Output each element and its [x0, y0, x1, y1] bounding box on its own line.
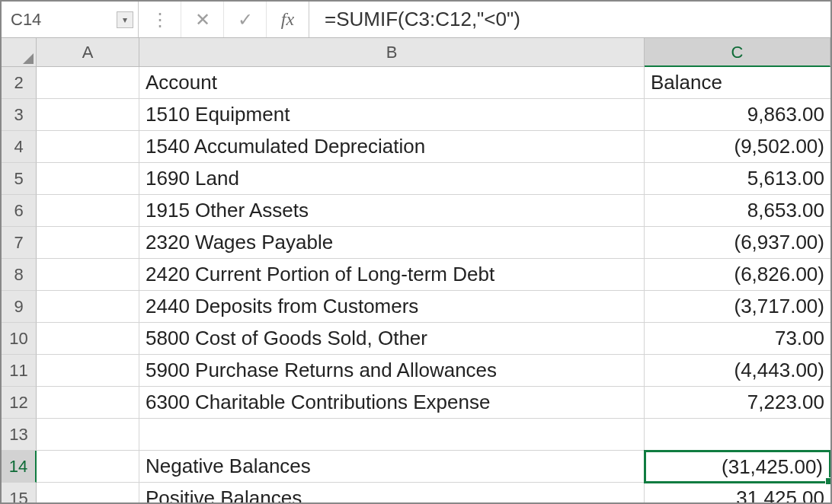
row-header[interactable]: 13: [2, 419, 37, 451]
cell[interactable]: [37, 483, 139, 504]
cell-account[interactable]: 2440 Deposits from Customers: [139, 291, 645, 323]
row-header[interactable]: 7: [2, 227, 37, 259]
cell-balance[interactable]: (3,717.00): [645, 291, 830, 323]
row-header[interactable]: 8: [2, 259, 37, 291]
select-all-corner[interactable]: [2, 38, 37, 67]
cell[interactable]: [37, 259, 139, 291]
spreadsheet-grid: A B C 2 Account Balance 31510 Equipment9…: [2, 38, 830, 504]
cell-account[interactable]: 1510 Equipment: [139, 99, 645, 131]
row-header[interactable]: 6: [2, 195, 37, 227]
cell-balance[interactable]: (6,937.00): [645, 227, 830, 259]
col-header-B[interactable]: B: [139, 38, 645, 67]
formula-bar: C14 ▾ ⋮ ✕ ✓ fx =SUMIF(C3:C12,"<0"): [2, 2, 830, 38]
cell[interactable]: [37, 67, 139, 99]
cell-balance[interactable]: 31,425.00: [645, 483, 830, 504]
cell-balance[interactable]: [645, 419, 830, 451]
formula-input[interactable]: =SUMIF(C3:C12,"<0"): [309, 2, 830, 37]
cell[interactable]: [37, 355, 139, 387]
row-header[interactable]: 11: [2, 355, 37, 387]
row-header[interactable]: 14: [2, 451, 37, 483]
cell-account[interactable]: 1690 Land: [139, 163, 645, 195]
cell-account[interactable]: 2420 Current Portion of Long-term Debt: [139, 259, 645, 291]
cell-balance[interactable]: (9,502.00): [645, 131, 830, 163]
cell-account[interactable]: 5800 Cost of Goods Sold, Other: [139, 323, 645, 355]
cell-account[interactable]: Positive Balances: [139, 483, 645, 504]
fx-icon[interactable]: fx: [267, 2, 309, 37]
name-box[interactable]: C14 ▾: [2, 2, 139, 37]
cell-balance-selected[interactable]: (31,425.00): [644, 450, 831, 483]
col-header-C[interactable]: C: [645, 38, 830, 67]
row-header[interactable]: 3: [2, 99, 37, 131]
row-header[interactable]: 10: [2, 323, 37, 355]
name-box-dropdown-icon[interactable]: ▾: [117, 11, 133, 28]
col-header-A[interactable]: A: [37, 38, 139, 67]
header-account[interactable]: Account: [139, 67, 645, 99]
cell-account[interactable]: Negative Balances: [139, 451, 645, 483]
cell[interactable]: [37, 323, 139, 355]
cell-account[interactable]: 1540 Accumulated Depreciation: [139, 131, 645, 163]
cell-balance[interactable]: 7,223.00: [645, 387, 830, 419]
formula-dots-icon: ⋮: [139, 2, 181, 37]
enter-icon[interactable]: ✓: [224, 2, 267, 37]
cell-balance[interactable]: 9,863.00: [645, 99, 830, 131]
cell[interactable]: [37, 99, 139, 131]
row-header[interactable]: 5: [2, 163, 37, 195]
selected-cell-wrap: (31,425.00): [645, 451, 830, 483]
cancel-icon[interactable]: ✕: [181, 2, 224, 37]
cell-balance[interactable]: 5,613.00: [645, 163, 830, 195]
cell[interactable]: [37, 291, 139, 323]
cell-account[interactable]: 5900 Purchase Returns and Allowances: [139, 355, 645, 387]
cell-account[interactable]: [139, 419, 645, 451]
cell-account[interactable]: 1915 Other Assets: [139, 195, 645, 227]
cell[interactable]: [37, 131, 139, 163]
cell[interactable]: [37, 227, 139, 259]
row-header[interactable]: 4: [2, 131, 37, 163]
cell[interactable]: [37, 195, 139, 227]
cell-account[interactable]: 6300 Charitable Contributions Expense: [139, 387, 645, 419]
cell-balance[interactable]: 8,653.00: [645, 195, 830, 227]
row-header[interactable]: 15: [2, 483, 37, 504]
row-header[interactable]: 9: [2, 291, 37, 323]
row-header[interactable]: 2: [2, 67, 37, 99]
cell-balance[interactable]: 73.00: [645, 323, 830, 355]
cell[interactable]: [37, 451, 139, 483]
name-box-text: C14: [11, 10, 41, 30]
cell-balance[interactable]: (4,443.00): [645, 355, 830, 387]
cell-balance[interactable]: (6,826.00): [645, 259, 830, 291]
cell[interactable]: [37, 163, 139, 195]
header-balance[interactable]: Balance: [645, 67, 830, 99]
row-header[interactable]: 12: [2, 387, 37, 419]
cell[interactable]: [37, 387, 139, 419]
cell-account[interactable]: 2320 Wages Payable: [139, 227, 645, 259]
cell[interactable]: [37, 419, 139, 451]
